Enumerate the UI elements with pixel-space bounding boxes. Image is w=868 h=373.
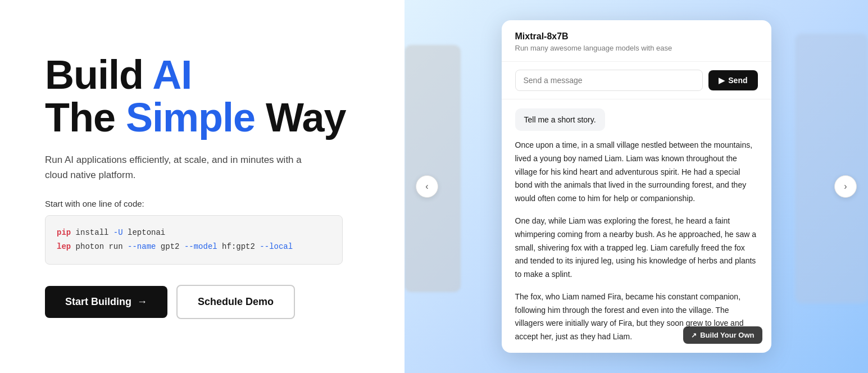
- card-subtitle: Run many awesome language models with ea…: [515, 44, 758, 52]
- code-flag-model: --model: [184, 242, 217, 251]
- code-kw-pip: pip: [57, 228, 71, 237]
- code-photon: photon run: [71, 242, 128, 251]
- bg-card-right: [795, 34, 868, 303]
- ai-response: Once upon a time, in a small village nes…: [515, 139, 758, 344]
- code-flag-name: --name: [128, 242, 156, 251]
- title-blue1: AI: [152, 52, 192, 97]
- title-part2: The: [45, 95, 126, 140]
- send-icon: ▶: [719, 76, 725, 85]
- code-install: install: [71, 228, 113, 237]
- chat-card: Mixtral-8x7B Run many awesome language m…: [502, 20, 771, 353]
- code-val-hfgpt2: hf:gpt2: [217, 242, 260, 251]
- build-your-own-badge[interactable]: ↗ Build Your Own: [683, 326, 762, 344]
- title-blue2: Simple: [126, 95, 255, 140]
- build-badge-label: Build Your Own: [700, 331, 754, 339]
- hero-subtitle: Run AI applications efficiently, at scal…: [45, 152, 315, 183]
- bg-card-left: [405, 45, 461, 292]
- chevron-right-icon: ›: [844, 181, 847, 192]
- user-message-text: Tell me a short story.: [515, 108, 605, 131]
- buttons-row: Start Building → Schedule Demo: [45, 285, 371, 319]
- code-val-gpt2: gpt2: [156, 242, 184, 251]
- title-part1: Build: [45, 52, 152, 97]
- send-button[interactable]: ▶ Send: [708, 70, 757, 90]
- right-section: ‹ › Mixtral-8x7B Run many awesome langua…: [405, 0, 868, 373]
- code-flag-u: -U: [113, 228, 123, 237]
- chevron-left-icon: ‹: [425, 181, 428, 192]
- code-kw-lep: lep: [57, 242, 71, 251]
- code-block: pip install -U leptonai lep photon run -…: [45, 215, 343, 265]
- input-row: ▶ Send: [502, 62, 771, 99]
- chat-messages: Tell me a short story. Once upon a time,…: [502, 99, 771, 353]
- card-title: Mixtral-8x7B: [515, 31, 758, 42]
- message-input[interactable]: [515, 70, 703, 91]
- ai-paragraph-2: One day, while Liam was exploring the fo…: [515, 215, 758, 281]
- carousel-prev-button[interactable]: ‹: [416, 175, 438, 198]
- arrow-icon: →: [137, 296, 147, 308]
- code-flag-local: --local: [260, 242, 293, 251]
- schedule-demo-button[interactable]: Schedule Demo: [176, 285, 295, 319]
- code-label: Start with one line of code:: [45, 199, 371, 208]
- send-label: Send: [728, 76, 747, 85]
- ai-paragraph-1: Once upon a time, in a small village nes…: [515, 139, 758, 206]
- external-link-icon: ↗: [691, 331, 697, 339]
- card-header: Mixtral-8x7B Run many awesome language m…: [502, 20, 771, 62]
- code-line-2: lep photon run --name gpt2 --model hf:gp…: [57, 240, 331, 254]
- start-building-button[interactable]: Start Building →: [45, 286, 167, 318]
- code-line-1: pip install -U leptonai: [57, 226, 331, 240]
- start-building-label: Start Building: [65, 296, 131, 308]
- user-message: Tell me a short story.: [515, 108, 758, 139]
- hero-title: Build AI The Simple Way: [45, 54, 371, 139]
- carousel-next-button[interactable]: ›: [834, 175, 857, 198]
- code-pkg: leptonai: [123, 228, 166, 237]
- schedule-demo-label: Schedule Demo: [198, 296, 274, 307]
- title-part3: Way: [255, 95, 346, 140]
- left-section: Build AI The Simple Way Run AI applicati…: [0, 0, 405, 373]
